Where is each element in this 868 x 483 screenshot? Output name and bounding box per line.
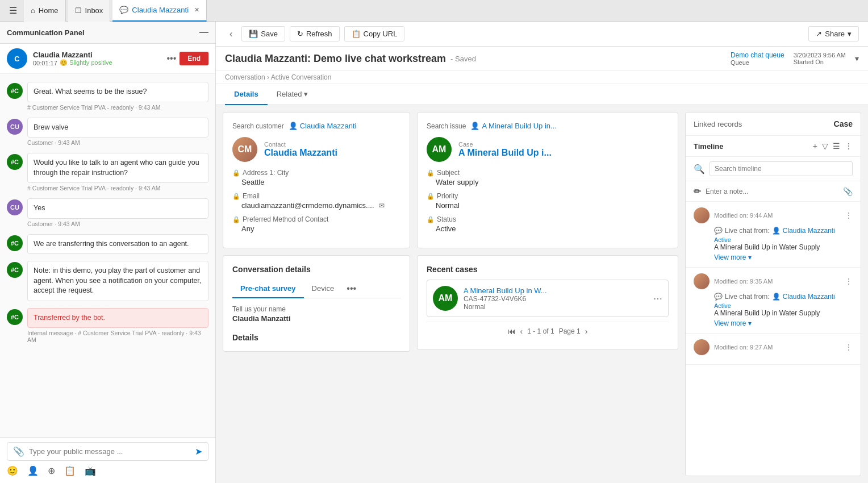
name-label: Tell us your name xyxy=(232,305,400,313)
case-card: Search issue 👤 A Mineral Build Up in... … xyxy=(417,112,678,248)
message-bubble: Note: in this demo, you play the part of… xyxy=(27,261,208,301)
timeline-avatar xyxy=(694,207,710,223)
tab-home[interactable]: ⌂ Home xyxy=(24,0,66,22)
timeline-avatar xyxy=(694,339,710,355)
transferred-bubble: Transferred by the bot. xyxy=(27,308,208,328)
details-label: Details xyxy=(232,328,400,342)
view-more-button[interactable]: View more ▾ xyxy=(714,319,752,327)
menu-icon[interactable]: ☰ xyxy=(5,3,22,18)
queue-value: Demo chat queue xyxy=(731,51,784,59)
customer-avatar: CU xyxy=(7,119,23,135)
tab-related[interactable]: Related ▾ xyxy=(268,84,318,105)
customer-avatar: CU xyxy=(7,199,23,215)
copy-url-button[interactable]: 📋 Copy URL xyxy=(344,26,405,41)
search-issue-label: Search issue xyxy=(427,122,466,130)
tab-inbox[interactable]: ☐ Inbox xyxy=(68,0,111,22)
timeline-time: Modified on: 9:35 AM xyxy=(714,278,840,285)
chat-icon: 💬 xyxy=(714,293,723,301)
status-badge: Active xyxy=(714,236,853,243)
list-view-button[interactable]: ☰ xyxy=(833,141,840,151)
timeline-title: Timeline xyxy=(694,142,813,151)
note-attach-button[interactable]: 📎 xyxy=(843,187,853,196)
timeline-item: Modified on: 9:44 AM ⋮ 💬 Live chat from:… xyxy=(686,202,861,268)
timeline-time: Modified on: 9:44 AM xyxy=(714,212,840,219)
more-timeline-button[interactable]: ⋮ xyxy=(845,141,853,151)
timeline-item-more[interactable]: ⋮ xyxy=(845,211,853,220)
share-button[interactable]: ↗ Share ▾ xyxy=(808,26,859,41)
back-button[interactable]: ‹ xyxy=(225,29,237,39)
case-item-status: Normal xyxy=(464,303,648,311)
refresh-button[interactable]: ↻ Refresh xyxy=(290,26,340,41)
lock-icon: 🔒 xyxy=(232,169,240,177)
status-field: 🔒 Status Active xyxy=(427,215,669,233)
email-action-icon[interactable]: ✉ xyxy=(379,202,385,210)
list-item: #C Great. What seems to be the issue? # … xyxy=(0,78,215,114)
conv-more-button[interactable]: ••• xyxy=(347,284,356,294)
tab-claudia[interactable]: 💬 Claudia Mazzanti ✕ xyxy=(112,0,207,22)
message-meta: Internal message · # Customer Service Tr… xyxy=(27,330,208,343)
contact-name[interactable]: Claudia Mazzanti xyxy=(264,148,337,158)
timeline-item-more[interactable]: ⋮ xyxy=(845,277,853,286)
send-button[interactable]: ➤ xyxy=(195,446,202,457)
tab-device[interactable]: Device xyxy=(304,280,343,298)
minimize-icon[interactable]: — xyxy=(199,27,208,38)
expand-button[interactable]: ▾ xyxy=(855,54,859,63)
note-input[interactable] xyxy=(706,188,838,195)
content-area: ‹ 💾 Save ↻ Refresh 📋 Copy URL ↗ Share ▾ xyxy=(216,22,868,483)
plus-icon[interactable]: ⊕ xyxy=(48,465,55,476)
agent-card: C Claudia Mazzanti 00:01:17 😊 Slightly p… xyxy=(0,44,215,74)
timeline-person-link[interactable]: Claudia Mazzanti xyxy=(783,293,835,301)
timeline-note-area: ✏ 📎 xyxy=(686,181,861,202)
filter-timeline-button[interactable]: ▽ xyxy=(822,141,828,151)
name-value: Claudia Manzatti xyxy=(232,314,400,323)
case-more-button[interactable]: ⋯ xyxy=(653,293,662,304)
attachment-icon[interactable]: 📎 xyxy=(13,446,24,457)
right-column: Linked records Case Timeline + ▽ ☰ ⋮ 🔍 xyxy=(685,112,861,476)
inbox-icon: ☐ xyxy=(75,6,82,15)
page-tabs: Details Related ▾ xyxy=(216,84,868,105)
pagination-range: 1 - 1 of 1 xyxy=(527,327,554,335)
share-icon: ↗ xyxy=(816,30,822,38)
case-item-name[interactable]: A Mineral Build Up in W... xyxy=(464,286,648,295)
view-more-button[interactable]: View more ▾ xyxy=(714,253,752,261)
emoji-icon[interactable]: 🙂 xyxy=(7,465,18,476)
person-icon: 👤 xyxy=(772,227,781,235)
page-title: Claudia Mazzanti: Demo live chat workstr… xyxy=(225,53,446,65)
add-timeline-button[interactable]: + xyxy=(813,141,817,151)
next-page-button[interactable]: › xyxy=(585,327,588,336)
search-issue-link[interactable]: 👤 A Mineral Build Up in... xyxy=(470,122,557,130)
message-bubble: Would you like to talk to an agent who c… xyxy=(27,153,208,183)
prev-page-button[interactable]: ‹ xyxy=(520,327,523,336)
tab-details[interactable]: Details xyxy=(225,84,268,105)
timeline-person-link[interactable]: Claudia Mazzanti xyxy=(783,227,835,235)
template-icon[interactable]: 📋 xyxy=(64,465,76,476)
end-button[interactable]: End xyxy=(180,52,208,65)
contact-method-value: Any xyxy=(232,224,400,233)
message-bubble: Great. What seems to be the issue? xyxy=(27,82,208,102)
timeline-time: Modified on: 9:27 AM xyxy=(714,344,840,351)
case-list-item: AM A Mineral Build Up in W... CAS-47732-… xyxy=(427,280,669,317)
add-participant-icon[interactable]: 👤 xyxy=(27,465,39,476)
screen-share-icon[interactable]: 📺 xyxy=(85,465,96,476)
chevron-down-icon: ▾ xyxy=(748,253,752,261)
first-page-button[interactable]: ⏮ xyxy=(508,327,516,336)
linked-records-value: Case xyxy=(834,119,853,128)
list-item: #C Transferred by the bot. Internal mess… xyxy=(0,305,215,347)
chat-input[interactable] xyxy=(29,447,190,456)
comm-panel-title: Communication Panel xyxy=(7,28,85,37)
list-item: #C We are transferring this conversation… xyxy=(0,231,215,258)
more-options-button[interactable]: ••• xyxy=(167,53,177,64)
bot-avatar: #C xyxy=(7,154,23,170)
tab-pre-chat[interactable]: Pre-chat survey xyxy=(232,280,304,298)
close-tab-icon[interactable]: ✕ xyxy=(194,6,199,14)
conversation-details-card: Conversation details Pre-chat survey Dev… xyxy=(223,255,410,352)
timeline-search-input[interactable] xyxy=(710,161,853,176)
save-button[interactable]: 💾 Save xyxy=(241,26,285,41)
search-customer-link[interactable]: 👤 Claudia Mazzanti xyxy=(289,122,357,130)
page-label: Page 1 xyxy=(559,327,581,335)
customer-card: Search customer 👤 Claudia Mazzanti CM Co… xyxy=(223,112,410,248)
case-name[interactable]: A Mineral Build Up i... xyxy=(458,148,552,158)
timeline-item-more[interactable]: ⋮ xyxy=(845,343,853,352)
conv-tabs: Pre-chat survey Device ••• xyxy=(232,280,400,298)
case-item-avatar: AM xyxy=(433,286,458,311)
